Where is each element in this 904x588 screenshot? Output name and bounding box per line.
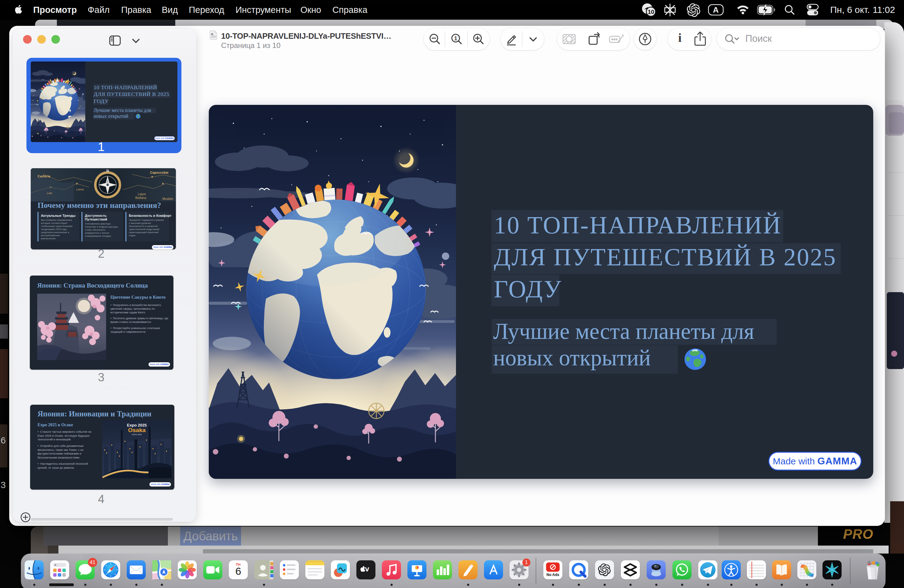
- svg-text:Muslam: Muslam: [162, 197, 173, 201]
- svg-text:Lalym: Lalym: [138, 193, 146, 196]
- svg-text:Osaka: Osaka: [128, 427, 145, 433]
- svg-text:Biellana: Biellana: [135, 196, 146, 199]
- svg-text:Lavna: Lavna: [76, 188, 84, 191]
- svg-text:A: A: [713, 5, 719, 14]
- svg-text:1: 1: [454, 35, 457, 41]
- svg-text:N: N: [106, 169, 109, 172]
- svg-text:EXPO 2025: EXPO 2025: [132, 434, 142, 435]
- svg-text:Carbiria: Carbiria: [38, 174, 51, 178]
- svg-text:10: 10: [648, 9, 654, 15]
- svg-text:Capecrsliat: Capecrsliat: [150, 171, 169, 174]
- svg-text:Lute: Lute: [47, 191, 52, 194]
